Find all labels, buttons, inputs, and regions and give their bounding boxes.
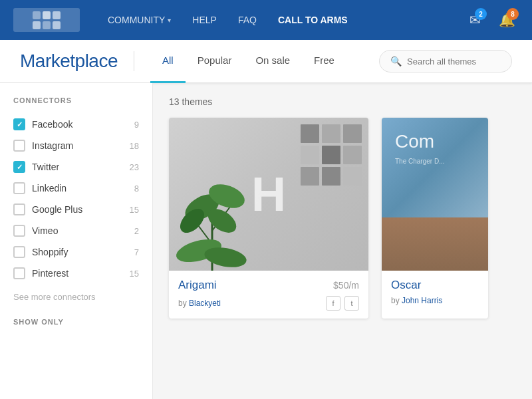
theme-author-arigami: by Blackyeti [178, 299, 221, 308]
sidebar: CONNECTORS ✓ Facebook 9 Instagram 18 ✓ T… [0, 83, 153, 399]
tab-on-sale[interactable]: On sale [243, 40, 302, 83]
show-only-title: SHOW ONLY [13, 318, 139, 326]
connector-item-shoppify[interactable]: Shoppify 7 [13, 241, 139, 263]
theme-author-row-oscar: by John Harris [391, 296, 479, 305]
connector-name-google-plus: Google Plus [32, 204, 123, 215]
connector-item-google-plus[interactable]: Google Plus 15 [13, 199, 139, 220]
checkbox-pinterest[interactable] [13, 267, 25, 279]
theme-info-oscar: Oscar by John Harris [382, 271, 488, 313]
connector-name-linkedin: Linkedin [32, 183, 128, 194]
logo-cell [53, 11, 61, 19]
connector-count-instagram: 18 [130, 141, 139, 151]
connector-item-twitter[interactable]: ✓ Twitter 23 [13, 156, 139, 178]
theme-author-row-arigami: by Blackyeti f t [178, 296, 359, 311]
tab-all[interactable]: All [150, 40, 186, 83]
checkbox-linkedin[interactable] [13, 182, 25, 194]
nav-item-faq[interactable]: FAQ [230, 9, 265, 31]
connector-count-twitter: 23 [130, 162, 139, 172]
connector-name-pinterest: Pinterest [32, 268, 123, 279]
connector-count-shoppify: 7 [134, 247, 139, 257]
connector-item-facebook[interactable]: ✓ Facebook 9 [13, 114, 139, 135]
tab-bar: All Popular On sale Free [150, 40, 346, 82]
connector-name-twitter: Twitter [32, 162, 123, 172]
alert-badge: 8 [507, 8, 519, 20]
theme-card-arigami[interactable]: H [169, 118, 368, 319]
photo-thumb [322, 124, 340, 143]
connector-count-facebook: 9 [134, 120, 139, 130]
theme-name-row-oscar: Oscar [391, 279, 479, 292]
author-link-oscar[interactable]: John Harris [402, 296, 442, 305]
main-content: 13 themes H [153, 83, 532, 399]
nav-item-call-to-arms[interactable]: CALL TO ARMS [270, 9, 356, 31]
checkmark-icon: ✓ [17, 120, 23, 129]
main-nav: COMMUNITY ▾ HELP FAQ CALL TO ARMS [100, 9, 356, 31]
author-link-arigami[interactable]: Blackyeti [189, 299, 221, 308]
theme-name-arigami: Arigami [178, 279, 217, 292]
header: COMMUNITY ▾ HELP FAQ CALL TO ARMS ✉ 2 🔔 … [0, 0, 532, 40]
logo-cell [43, 11, 51, 19]
tab-free[interactable]: Free [302, 40, 346, 83]
header-icons: ✉ 2 🔔 8 [463, 8, 519, 32]
tab-popular[interactable]: Popular [186, 40, 244, 83]
logo-cell [33, 21, 41, 29]
nav-item-community[interactable]: COMMUNITY ▾ [100, 9, 179, 31]
connector-name-instagram: Instagram [32, 140, 123, 151]
checkbox-instagram[interactable] [13, 140, 25, 152]
search-input[interactable] [407, 57, 501, 66]
theme-author-oscar: by John Harris [391, 296, 442, 305]
photo-thumb [343, 167, 362, 186]
checkbox-twitter[interactable]: ✓ [13, 161, 25, 173]
page-title: Marketplace [20, 51, 118, 72]
theme-image-oscar: Com The Charger D... [382, 118, 488, 271]
chevron-down-icon: ▾ [168, 17, 171, 24]
oscar-background: Com The Charger D... [382, 118, 488, 271]
theme-name-oscar: Oscar [391, 279, 421, 292]
connector-name-shoppify: Shoppify [32, 247, 128, 257]
divider [134, 51, 134, 71]
photo-thumb [322, 167, 340, 186]
arigami-photos-grid [301, 124, 362, 186]
theme-socials-arigami: f t [326, 296, 359, 311]
connector-count-google-plus: 15 [130, 205, 139, 215]
themes-grid: H [169, 118, 516, 319]
connector-item-vimeo[interactable]: Vimeo 2 [13, 220, 139, 241]
photo-thumb [301, 146, 319, 164]
toolbar: Marketplace All Popular On sale Free 🔍 [0, 40, 532, 83]
checkbox-vimeo[interactable] [13, 225, 25, 237]
theme-name-row-arigami: Arigami $50/m [178, 279, 359, 292]
notifications-icon-button[interactable]: ✉ 2 [463, 8, 487, 32]
connector-name-vimeo: Vimeo [32, 225, 128, 236]
search-box[interactable]: 🔍 [379, 50, 512, 72]
photo-thumb [343, 146, 362, 164]
logo[interactable] [13, 8, 80, 32]
theme-price-arigami: $50/m [333, 280, 359, 291]
facebook-share-icon[interactable]: f [326, 296, 340, 311]
photo-thumb [301, 167, 319, 186]
theme-card-oscar[interactable]: Com The Charger D... Oscar by John Harri… [382, 118, 488, 319]
connector-count-vimeo: 2 [134, 226, 139, 236]
connector-item-linkedin[interactable]: Linkedin 8 [13, 178, 139, 199]
see-more-connectors-link[interactable]: See more connectors [13, 289, 139, 305]
connector-item-pinterest[interactable]: Pinterest 15 [13, 263, 139, 284]
logo-grid [33, 11, 61, 29]
logo-cell [33, 11, 41, 19]
connector-count-linkedin: 8 [134, 184, 139, 194]
connector-item-instagram[interactable]: Instagram 18 [13, 135, 139, 156]
theme-info-arigami: Arigami $50/m by Blackyeti f t [169, 271, 368, 319]
checkbox-google-plus[interactable] [13, 203, 25, 215]
photo-thumb [301, 124, 319, 143]
themes-count: 13 themes [169, 96, 516, 107]
photo-thumb [343, 124, 362, 143]
logo-cell [43, 21, 51, 29]
alerts-icon-button[interactable]: 🔔 8 [495, 8, 519, 32]
checkbox-shoppify[interactable] [13, 246, 25, 258]
plant-icon [172, 158, 259, 271]
connectors-section-title: CONNECTORS [13, 96, 139, 104]
logo-cell [53, 21, 61, 29]
nav-item-help[interactable]: HELP [184, 9, 225, 31]
checkbox-facebook[interactable]: ✓ [13, 118, 25, 130]
connector-count-pinterest: 15 [130, 269, 139, 279]
oscar-books [382, 217, 488, 271]
notification-badge: 2 [475, 8, 487, 20]
twitter-share-icon[interactable]: t [344, 296, 359, 311]
